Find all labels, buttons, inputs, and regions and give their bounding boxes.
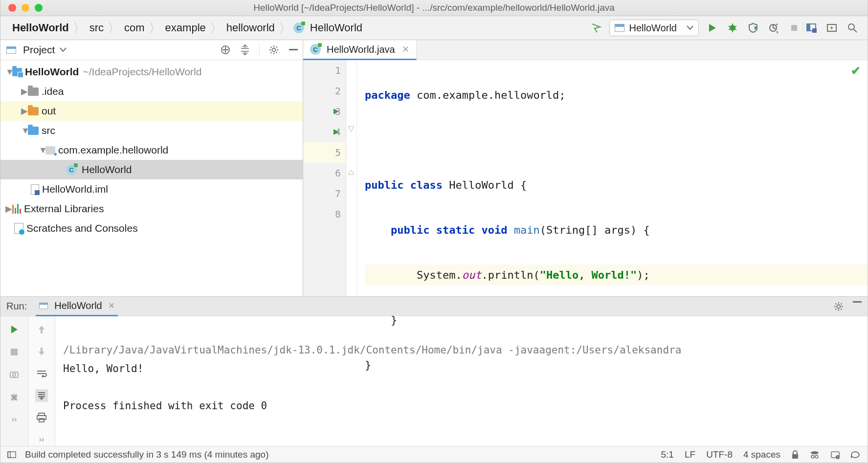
exit-icon[interactable] [8,391,21,403]
profiler-button[interactable] [765,20,782,36]
gutter-line[interactable]: 5 [303,142,346,163]
inspection-ok-icon[interactable]: ✔ [851,64,861,78]
close-icon[interactable]: ✕ [108,301,115,311]
run-anything-button[interactable] [823,20,840,36]
folder-icon [28,127,39,135]
gutter-line[interactable]: 3 [303,101,346,122]
divider [259,44,260,56]
project-structure-button[interactable] [803,20,820,36]
editor[interactable]: 1 2 3 4 5 6 7 8 package com.example.hell… [303,60,868,296]
breadcrumb-item[interactable]: helloworld [224,22,277,34]
tree-label: HelloWorld [25,66,79,78]
tree-row-idea[interactable]: ▶ .idea [0,82,303,101]
code-line: System.out.println("Hello, World!"); [365,265,868,285]
run-config-label: HelloWorld [629,22,677,34]
app-icon [39,302,48,309]
status-bar: Build completed successfully in 3 s 149 … [0,446,868,463]
tree-row-ext-libs[interactable]: ▶ External Libraries [0,199,303,219]
fold-strip[interactable] [346,60,357,296]
tree-row-src[interactable]: ▼ src [0,121,303,140]
soft-wrap-icon[interactable] [35,367,48,379]
gear-icon[interactable] [268,44,279,55]
more-icon[interactable]: ›› [8,413,21,426]
gutter-line[interactable]: 6 [303,163,346,183]
project-icon [6,46,16,54]
tree-row-out[interactable]: ▶ out [0,101,303,121]
tree-row-class[interactable]: C HelloWorld [0,160,303,179]
memory-icon[interactable] [830,450,840,459]
svg-rect-4 [807,24,810,31]
class-icon: C [293,22,304,33]
inspector-icon[interactable] [810,450,820,459]
down-icon[interactable] [35,345,48,357]
more-icon[interactable]: ›› [35,434,48,446]
stop-button[interactable] [786,20,802,36]
minimize-window-button[interactable] [22,4,29,12]
svg-rect-21 [8,452,10,458]
search-everywhere-button[interactable] [844,20,861,36]
gutter-line[interactable]: 4 [303,122,346,142]
svg-rect-13 [11,349,18,355]
svg-rect-2 [791,25,797,31]
breadcrumb-sep: 〉 [279,20,291,37]
run-button[interactable] [704,20,720,36]
breadcrumb-item[interactable]: HelloWorld [308,22,364,34]
hide-icon[interactable] [288,44,299,55]
build-button[interactable] [588,20,604,36]
gutter-line[interactable]: 7 [303,183,346,204]
tree-row-root[interactable]: ▼ HelloWorld ~/IdeaProjects/HelloWorld [0,62,303,82]
project-tool-window: Project ▼ HelloWorld ~/IdeaProjects/Hell… [0,40,303,296]
run-gutter-icon[interactable] [333,129,339,135]
status-line-sep[interactable]: LF [685,449,695,460]
project-tree[interactable]: ▼ HelloWorld ~/IdeaProjects/HelloWorld ▶… [0,60,303,296]
breadcrumb-item[interactable]: com [122,22,147,34]
editor-tab[interactable]: C HelloWorld.java ✕ [303,40,417,60]
up-icon[interactable] [35,323,48,335]
editor-tab-label: HelloWorld.java [327,44,395,55]
fold-icon[interactable] [347,126,355,133]
gutter-line[interactable]: 1 [303,60,346,81]
collapse-all-icon[interactable] [240,44,250,55]
svg-point-23 [811,451,819,454]
run-tab[interactable]: HelloWorld ✕ [36,297,117,316]
svg-rect-20 [8,452,16,458]
breadcrumbs: HelloWorld 〉 src 〉 com 〉 example 〉 hello… [10,20,364,37]
zoom-window-button[interactable] [35,4,43,12]
module-icon [12,68,22,76]
gutter-line[interactable]: 2 [303,81,346,101]
stop-icon[interactable] [8,346,21,358]
breadcrumb-item[interactable]: src [88,22,106,34]
breadcrumb-item[interactable]: example [163,22,208,34]
status-caret-pos[interactable]: 5:1 [661,449,674,460]
project-label[interactable]: Project [23,44,55,56]
run-gutter-icon[interactable] [333,108,339,115]
scroll-to-end-icon[interactable] [35,389,48,401]
tree-row-scratches[interactable]: Scratches and Consoles [0,219,303,238]
tree-label: HelloWorld [82,164,132,176]
fold-icon[interactable] [347,168,355,176]
dump-threads-icon[interactable] [8,368,21,381]
tree-row-iml[interactable]: HelloWorld.iml [0,179,303,199]
run-config-selector[interactable]: HelloWorld [609,20,699,36]
rerun-icon[interactable] [8,323,21,336]
tree-row-package[interactable]: ▼ com.example.helloworld [0,140,303,160]
select-opened-icon[interactable] [220,44,231,55]
run-left-toolbar: ›› [0,316,28,446]
code-area[interactable]: package com.example.helloworld; public c… [357,60,868,296]
breadcrumb-sep: 〉 [108,20,120,37]
close-window-button[interactable] [8,4,16,12]
status-indent[interactable]: 4 spaces [743,449,780,460]
run-left-toolbar-2: ›› [28,316,55,446]
lock-icon[interactable] [791,450,799,459]
notifications-icon[interactable] [851,450,861,459]
coverage-button[interactable] [745,20,761,36]
gutter-line[interactable]: 8 [303,204,346,224]
tool-windows-icon[interactable] [7,451,16,458]
gutter[interactable]: 1 2 3 4 5 6 7 8 [303,60,346,296]
close-icon[interactable]: ✕ [402,44,409,55]
debug-button[interactable] [724,20,741,36]
breadcrumb-item[interactable]: HelloWorld [10,22,71,34]
status-encoding[interactable]: UTF-8 [706,449,733,460]
print-icon[interactable] [35,412,48,424]
chevron-down-icon[interactable] [60,47,67,52]
